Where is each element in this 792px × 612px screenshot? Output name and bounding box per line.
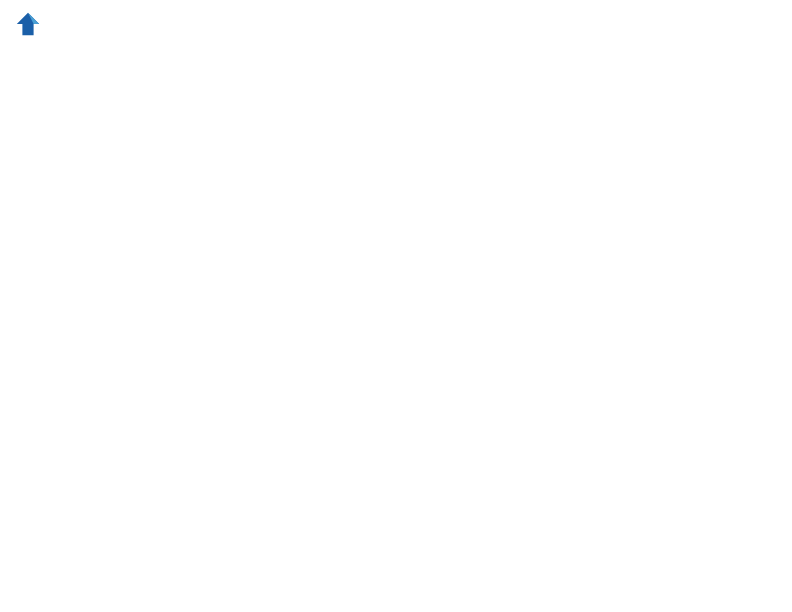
logo <box>14 10 46 38</box>
page-header <box>10 10 782 38</box>
logo-icon <box>14 10 42 38</box>
